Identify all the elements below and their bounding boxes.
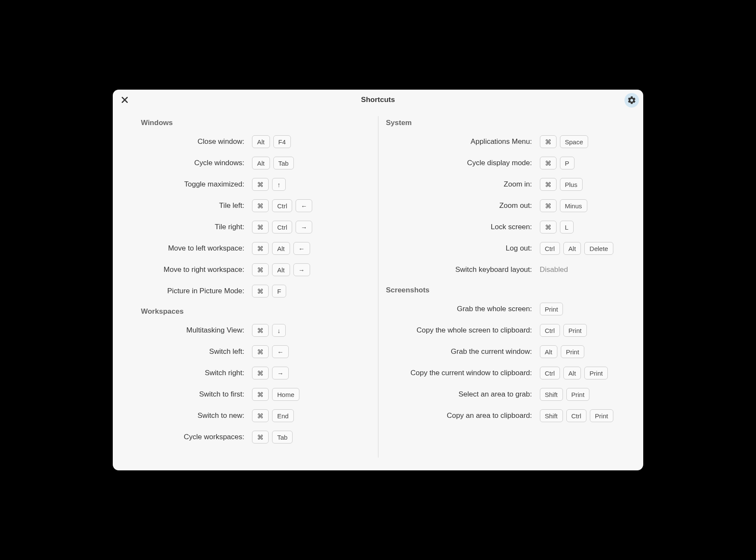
keycap: Print (561, 345, 584, 358)
keycap: ⌘ (252, 388, 269, 401)
shortcut-row: Zoom in:⌘Plus (386, 178, 615, 191)
keycap: Shift (540, 388, 563, 401)
shortcut-keys: AltF4 (252, 135, 291, 148)
shortcut-row: Grab the whole screen:Print (386, 302, 615, 316)
shortcut-row: Toggle maximized:⌘↑ (141, 178, 370, 191)
keycap: ⌘ (252, 431, 269, 443)
right-column: SystemApplications Menu:⌘SpaceCycle disp… (378, 116, 623, 458)
shortcut-row: Multitasking View:⌘↓ (141, 324, 370, 337)
shortcut-keys: ⌘↓ (252, 324, 286, 337)
section-title-workspaces: Workspaces (141, 307, 370, 316)
shortcut-row: Switch left:⌘← (141, 345, 370, 359)
shortcut-label: Copy an area to clipboard: (386, 411, 540, 420)
shortcut-label: Cycle workspaces: (141, 433, 252, 441)
shortcut-label: Picture in Picture Mode: (141, 287, 252, 295)
keycap: ↑ (272, 178, 286, 191)
shortcut-row: Grab the current window:AltPrint (386, 345, 615, 359)
shortcut-keys: Disabled (540, 265, 568, 274)
shortcut-keys: ⌘Ctrl→ (252, 221, 312, 233)
keycap: Ctrl (540, 324, 560, 337)
shortcut-keys: ⌘→ (252, 367, 289, 379)
shortcut-keys: ⌘↑ (252, 178, 286, 191)
keycap: Print (584, 367, 608, 379)
shortcut-label: Switch to first: (141, 390, 252, 399)
keycap: F (272, 285, 286, 298)
close-button[interactable] (120, 96, 129, 104)
shortcut-row: Cycle workspaces:⌘Tab (141, 430, 370, 444)
keycap: Print (563, 324, 587, 337)
shortcut-label: Tile right: (141, 223, 252, 231)
shortcut-keys: ⌘Alt← (252, 242, 310, 255)
keycap: End (272, 409, 294, 422)
shortcut-keys: ⌘Space (540, 135, 589, 148)
keycap: ⌘ (252, 263, 269, 276)
shortcut-row: Copy the current window to clipboard:Ctr… (386, 366, 615, 380)
keycap: Alt (563, 367, 581, 379)
keycap: Shift (540, 409, 563, 422)
keycap: Ctrl (566, 409, 586, 422)
keycap: P (560, 157, 574, 169)
keycap: Alt (272, 242, 290, 255)
keycap: Space (560, 135, 589, 148)
shortcut-keys: AltTab (252, 157, 294, 169)
shortcut-label: Copy the whole screen to clipboard: (386, 326, 540, 335)
shortcut-keys: ⌘Home (252, 388, 299, 401)
keycap: ⌘ (252, 242, 269, 255)
shortcut-label: Grab the whole screen: (386, 305, 540, 313)
shortcut-keys: CtrlAltDelete (540, 242, 613, 255)
keycap: L (560, 221, 574, 233)
shortcut-row: Copy an area to clipboard:ShiftCtrlPrint (386, 409, 615, 423)
gear-icon (627, 96, 636, 105)
shortcut-keys: CtrlAltPrint (540, 367, 608, 379)
keycap: ← (272, 345, 289, 358)
shortcut-row: Cycle display mode:⌘P (386, 156, 615, 170)
keycap: → (296, 221, 312, 233)
shortcut-label: Switch keyboard layout: (386, 265, 540, 274)
keycap: Alt (252, 135, 270, 148)
keycap: ⌘ (252, 409, 269, 422)
shortcut-keys: ⌘Minus (540, 199, 587, 212)
keycap: Ctrl (272, 221, 292, 233)
shortcut-keys: ShiftCtrlPrint (540, 409, 613, 422)
shortcut-label: Toggle maximized: (141, 180, 252, 189)
shortcut-keys: ⌘Tab (252, 431, 293, 443)
keycap: Print (540, 303, 563, 315)
keycap: ← (293, 242, 310, 255)
shortcut-row: Picture in Picture Mode:⌘F (141, 284, 370, 298)
settings-button[interactable] (624, 93, 639, 108)
shortcut-row: Tile right:⌘Ctrl→ (141, 220, 370, 234)
keycap: Minus (560, 199, 587, 212)
shortcut-row: Copy the whole screen to clipboard:CtrlP… (386, 324, 615, 337)
keycap: → (293, 263, 310, 276)
shortcut-label: Grab the current window: (386, 347, 540, 356)
shortcut-keys: ⌘F (252, 285, 286, 298)
shortcut-keys: ⌘← (252, 345, 289, 358)
section-title-windows: Windows (141, 119, 370, 127)
keycap: Delete (584, 242, 613, 255)
shortcut-keys: ⌘P (540, 157, 574, 169)
content: WindowsClose window:AltF4Cycle windows:A… (113, 110, 643, 470)
shortcut-label: Switch to new: (141, 411, 252, 420)
shortcut-keys: Print (540, 303, 563, 315)
keycap: Print (566, 388, 590, 401)
shortcut-row: Select an area to grab:ShiftPrint (386, 388, 615, 401)
section-title-screenshots: Screenshots (386, 286, 615, 295)
shortcut-row: Applications Menu:⌘Space (386, 135, 615, 149)
keycap: F4 (273, 135, 291, 148)
keycap: Alt (540, 345, 558, 358)
shortcut-label: Multitasking View: (141, 326, 252, 335)
shortcut-label: Zoom in: (386, 180, 540, 189)
shortcut-keys: ⌘Plus (540, 178, 583, 191)
shortcut-keys: ⌘Alt→ (252, 263, 310, 276)
shortcuts-window: Shortcuts WindowsClose window:AltF4Cycle… (113, 90, 643, 470)
keycap: Ctrl (272, 199, 292, 212)
shortcut-label: Cycle windows: (141, 159, 252, 167)
shortcut-label: Select an area to grab: (386, 390, 540, 399)
keycap: ⌘ (252, 324, 269, 337)
shortcut-keys: ⌘Ctrl← (252, 199, 312, 212)
keycap: ⌘ (540, 157, 557, 169)
shortcut-label: Zoom out: (386, 201, 540, 210)
keycap: Home (272, 388, 299, 401)
shortcut-row: Switch to first:⌘Home (141, 388, 370, 401)
keycap: ⌘ (540, 178, 557, 191)
